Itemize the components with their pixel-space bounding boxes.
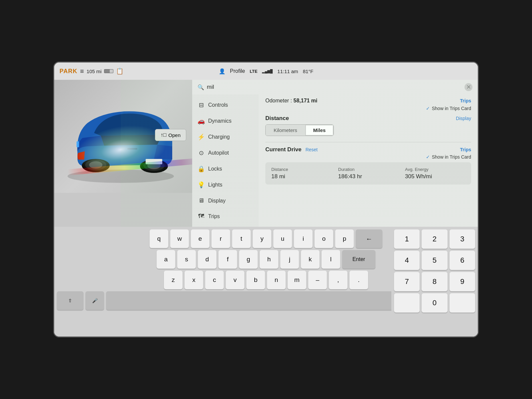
- np-1[interactable]: 1: [394, 229, 420, 249]
- drive-title: Current Drive: [265, 146, 302, 153]
- np-3[interactable]: 3: [450, 229, 475, 249]
- clear-button[interactable]: ✕: [465, 83, 472, 91]
- divider-1: [265, 142, 471, 142]
- stat-distance-value: 18 mi: [271, 173, 332, 180]
- np-0[interactable]: 0: [422, 293, 447, 313]
- stat-energy-label: Avg. Energy: [405, 167, 465, 172]
- key-u[interactable]: u: [273, 229, 292, 248]
- display-link[interactable]: Display: [456, 116, 471, 121]
- np-empty-left: [394, 293, 420, 313]
- temp-display: 81°F: [303, 68, 314, 74]
- distance-title: Distance: [265, 115, 289, 122]
- search-input[interactable]: [207, 84, 462, 90]
- checkmark-icon-1: ✓: [426, 106, 430, 111]
- odometer-label: Odometer :: [265, 98, 292, 103]
- key-d[interactable]: d: [198, 250, 216, 269]
- key-j[interactable]: j: [280, 250, 299, 269]
- key-b[interactable]: b: [246, 271, 265, 289]
- key-y[interactable]: y: [253, 229, 271, 248]
- battery-bar: [104, 69, 113, 73]
- stat-energy: Avg. Energy 305 Wh/mi: [405, 167, 465, 180]
- key-n[interactable]: n: [267, 271, 286, 289]
- nav-item-trips[interactable]: 🗺 Trips: [192, 208, 259, 224]
- key-q[interactable]: q: [150, 229, 168, 248]
- key-x[interactable]: x: [185, 271, 203, 289]
- menu-icon: ≡: [80, 67, 84, 75]
- key-r[interactable]: r: [211, 229, 230, 248]
- status-left: PARK ≡ 105 mi 📋: [60, 67, 215, 75]
- key-comma[interactable]: ,: [329, 271, 347, 289]
- key-f[interactable]: f: [218, 250, 237, 269]
- key-k[interactable]: k: [301, 250, 320, 269]
- np-5[interactable]: 5: [422, 251, 447, 270]
- key-period[interactable]: .: [349, 271, 368, 289]
- show-trips-label-2[interactable]: Show in Trips Card: [432, 154, 471, 160]
- stat-duration-label: Duration: [338, 167, 398, 172]
- key-e[interactable]: e: [191, 229, 209, 248]
- search-icon: 🔍: [198, 84, 204, 90]
- unit-toggle: Kilometers Miles: [265, 124, 334, 136]
- key-a[interactable]: a: [157, 250, 175, 269]
- np-2[interactable]: 2: [422, 229, 447, 249]
- np-6[interactable]: 6: [450, 251, 475, 270]
- nav-item-autopilot[interactable]: ⊙ Autopilot: [192, 145, 259, 161]
- key-v[interactable]: v: [226, 271, 244, 289]
- key-o[interactable]: o: [315, 229, 333, 248]
- nav-label-charging: Charging: [208, 134, 230, 140]
- key-s[interactable]: s: [177, 250, 196, 269]
- svg-rect-8: [127, 148, 137, 150]
- open-label: Open: [168, 132, 181, 138]
- profile-label[interactable]: Profile: [230, 68, 245, 74]
- km-button[interactable]: Kilometers: [266, 125, 305, 136]
- profile-icon: 👤: [219, 68, 225, 74]
- enter-key[interactable]: Enter: [342, 250, 375, 269]
- nav-item-dynamics[interactable]: 🚗 Dynamics: [192, 113, 259, 129]
- status-center: 👤 Profile LTE ▂▄▆█ 11:11 am 81°F: [219, 68, 314, 74]
- odometer-value: 58,171 mi: [293, 98, 317, 103]
- key-c[interactable]: c: [205, 271, 224, 289]
- key-t[interactable]: t: [232, 229, 251, 248]
- np-7[interactable]: 7: [394, 272, 420, 291]
- np-empty-right: [450, 293, 475, 313]
- checkmark-icon-2: ✓: [426, 154, 430, 160]
- nav-item-controls[interactable]: ⊟ Controls: [192, 97, 259, 113]
- key-z[interactable]: z: [164, 271, 183, 289]
- park-indicator: PARK: [60, 68, 77, 75]
- key-l[interactable]: l: [322, 250, 340, 269]
- search-bar-row: 🔍 ✕: [192, 80, 478, 94]
- key-m[interactable]: m: [288, 271, 306, 289]
- lights-icon: 💡: [198, 181, 205, 189]
- key-p[interactable]: p: [335, 229, 354, 248]
- autopilot-icon: ⊙: [198, 149, 205, 157]
- nav-item-display[interactable]: 🖥 Display: [192, 193, 259, 208]
- odometer-trips-link[interactable]: Trips: [460, 98, 471, 103]
- miles-button[interactable]: Miles: [305, 125, 334, 136]
- svg-rect-7: [76, 141, 79, 147]
- odometer-text: Odometer : 58,171 mi: [265, 98, 318, 104]
- dynamics-icon: 🚗: [198, 117, 205, 125]
- backspace-key[interactable]: ←: [356, 229, 382, 248]
- locks-icon: 🔒: [198, 165, 205, 173]
- key-w[interactable]: w: [170, 229, 189, 248]
- space-key[interactable]: [106, 291, 413, 310]
- nav-item-charging[interactable]: ⚡ Charging: [192, 129, 259, 145]
- nav-item-lights[interactable]: 💡 Lights: [192, 177, 259, 193]
- nav-label-autopilot: Autopilot: [208, 150, 229, 156]
- mic-key[interactable]: 🎤: [85, 291, 104, 310]
- key-i[interactable]: i: [294, 229, 313, 248]
- open-button[interactable]: ↑□ Open: [155, 129, 186, 141]
- stat-duration: Duration 186:43 hr: [338, 167, 398, 180]
- reset-link[interactable]: Reset: [306, 147, 318, 152]
- display-icon: 🖥: [198, 197, 205, 204]
- key-g[interactable]: g: [239, 250, 258, 269]
- nav-label-display: Display: [208, 198, 225, 204]
- nav-item-locks[interactable]: 🔒 Locks: [192, 161, 259, 177]
- np-8[interactable]: 8: [422, 272, 447, 291]
- shift-key[interactable]: ⇧: [57, 291, 83, 310]
- np-4[interactable]: 4: [394, 251, 420, 270]
- drive-trips-link[interactable]: Trips: [460, 147, 471, 152]
- show-trips-label-1[interactable]: Show in Trips Card: [432, 106, 471, 111]
- key-h[interactable]: h: [260, 250, 278, 269]
- key-dash[interactable]: –: [308, 271, 327, 289]
- np-9[interactable]: 9: [450, 272, 475, 291]
